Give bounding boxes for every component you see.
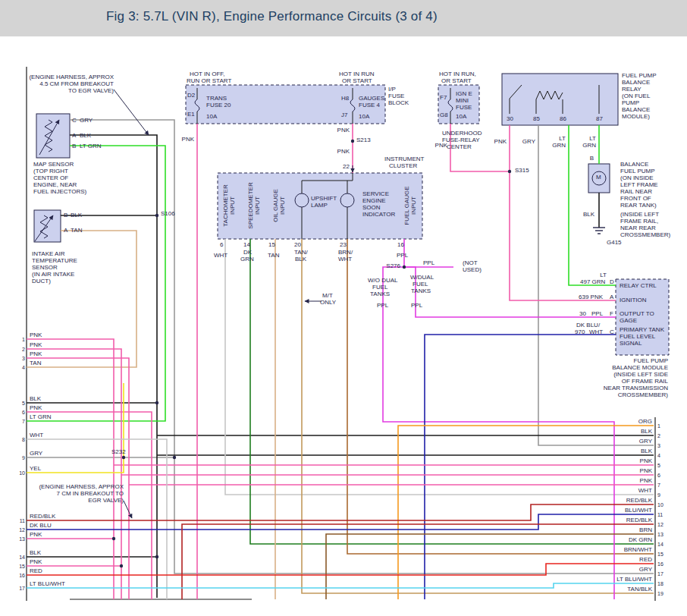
splice-dot: [351, 140, 354, 143]
splice-dot: [155, 555, 158, 558]
splice-dot: [120, 564, 123, 567]
wire-dk-blu: [27, 514, 654, 530]
wiring-diagram-canvas: [0, 0, 687, 616]
wire-lt-grn: [569, 125, 616, 285]
arrow-icon: [114, 90, 149, 135]
splice-dot: [155, 214, 158, 217]
splice-dot: [403, 266, 406, 269]
ip-fuse-block-box: [186, 85, 385, 124]
splice-dot: [112, 537, 115, 540]
wire-yel: [27, 383, 124, 473]
wire-tan-blk: [302, 239, 654, 593]
fuel-pump-balance-module-box: [616, 279, 669, 355]
arrow-icon: [124, 501, 132, 518]
wire-pnk: [27, 349, 121, 599]
splice-dot: [155, 401, 158, 404]
wire-wht: [225, 239, 654, 495]
splice-dot: [508, 170, 511, 173]
underhood-fuse-box: [438, 85, 479, 124]
balance-fuel-pump-box: [588, 164, 610, 193]
instrument-cluster-box: [218, 173, 422, 239]
wire-pnk: [450, 124, 510, 171]
wire-red-blk: [27, 504, 654, 520]
splice-dot: [122, 456, 125, 459]
wire-brn-wht: [347, 239, 654, 554]
wire-lt-blu-wht: [27, 583, 654, 588]
wire-tan: [27, 231, 136, 367]
wire-pnk: [27, 412, 152, 599]
wire-dk-blu: [425, 335, 616, 599]
wire-lt-grn: [27, 146, 165, 421]
wiring-diagram-page: Fig 3: 5.7L (VIN R), Engine Performance …: [0, 0, 687, 616]
wire-pnk: [27, 339, 114, 599]
splice-dot: [173, 456, 176, 459]
fuel-pump-balance-relay-box: [502, 74, 618, 125]
